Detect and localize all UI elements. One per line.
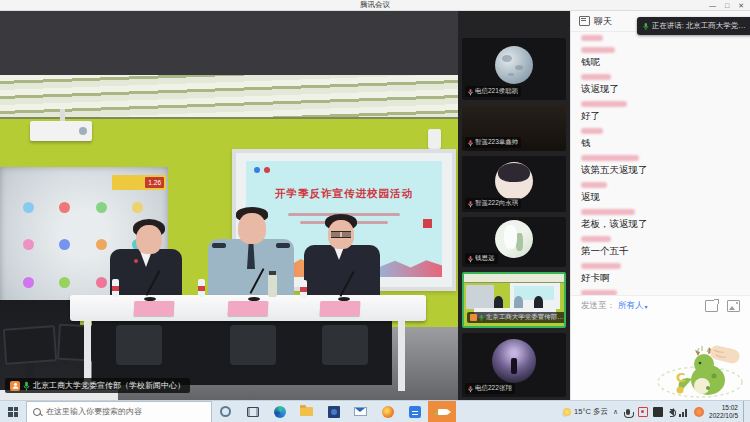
chat-message-text: 第一个五千 [581, 245, 740, 256]
participant-avatar [495, 162, 533, 200]
weather-button[interactable]: 15°C 多云 [563, 407, 608, 417]
chat-panel: 聊天 钱呢 该返现了 好了 钱 该第五天返现了 返现 [570, 11, 750, 400]
wall-speaker [428, 129, 441, 149]
firefox-button[interactable] [374, 401, 401, 422]
main-speaker-name: 北京工商大学党委宣传部（学校新闻中心） [33, 380, 185, 391]
search-icon [33, 408, 41, 416]
screen: 腾讯会议 — □ ✕ 1.26 [0, 0, 750, 422]
chat-message-text: 该返现了 [581, 83, 740, 94]
system-tray: 15°C 多云 ∧ 15:02 2022/10/5 [563, 401, 750, 422]
taskbar-search[interactable]: 在这里输入你要搜索的内容 [26, 401, 212, 422]
name-card [134, 301, 175, 316]
poster-title: 开学季反诈宣传进校园活动 [246, 187, 442, 201]
taskbar-clock[interactable]: 15:02 2022/10/5 [709, 404, 738, 420]
participant-tile[interactable]: 智遥223单鑫帅 [462, 105, 566, 151]
mic-on-icon [23, 381, 30, 391]
windows-logo-icon [8, 407, 18, 417]
water-bottle [300, 280, 307, 298]
chat-popout-icon[interactable] [705, 300, 718, 312]
clock-time: 15:02 [709, 404, 738, 412]
participant-tile[interactable]: 钱思远 [462, 217, 566, 267]
participant-avatar [492, 339, 536, 383]
mic-muted-icon [468, 139, 473, 147]
chat-message: 该返现了 [581, 74, 740, 94]
ime-indicator-icon[interactable] [653, 407, 663, 417]
main-speaker-label: 北京工商大学党委宣传部（学校新闻中心） [5, 378, 190, 393]
window-title: 腾讯会议 [360, 0, 390, 10]
chat-input-area[interactable]: C [571, 316, 750, 400]
chat-title: 聊天 [594, 15, 612, 28]
close-button[interactable]: ✕ [738, 2, 744, 10]
classroom-scene: 1.26 开学季反诈宣传进校园活动 [0, 75, 458, 400]
send-to-selector[interactable]: 所有人▾ [618, 300, 648, 312]
tray-mic-icon[interactable] [626, 409, 630, 415]
participant-name: 电信222张翔 [475, 384, 512, 393]
hidden-icons-chevron[interactable]: ∧ [613, 408, 618, 416]
chat-message: 钱呢 [581, 47, 740, 67]
video-letterbox [0, 11, 458, 75]
smartboard-badge: 1.26 [145, 177, 164, 188]
window-titlebar: 腾讯会议 — □ ✕ [0, 0, 750, 11]
task-view-icon [247, 407, 259, 417]
name-card [320, 301, 361, 316]
chat-message-text: 返现 [581, 191, 740, 202]
participant-name: 智遥222向永琪 [475, 199, 518, 208]
chat-message-fragment [581, 35, 740, 41]
mic-muted-icon [468, 385, 473, 393]
poster-emblem-icon [264, 167, 270, 173]
network-icon[interactable] [679, 407, 689, 417]
participant-tile[interactable]: 电信222张翔 [462, 333, 566, 397]
task-view-button[interactable] [239, 401, 266, 422]
participant-tile[interactable]: 电信221侯聪凯 [462, 38, 566, 100]
photos-button[interactable] [320, 401, 347, 422]
tea-bottle [268, 274, 277, 297]
chevron-down-icon: ▾ [645, 303, 648, 310]
weather-icon [563, 408, 571, 416]
meeting-app-button[interactable] [428, 401, 456, 422]
cortana-icon [220, 406, 231, 417]
edge-button[interactable] [266, 401, 293, 422]
participants-strip: 电信221侯聪凯 智遥223单鑫帅 [458, 11, 570, 400]
member-icon [470, 314, 477, 321]
screen-record-icon[interactable] [638, 407, 648, 417]
participant-name-label: 钱思远 [465, 253, 498, 264]
participant-name-label: 智遥222向永琪 [465, 198, 521, 209]
chat-message-text: 好卡啊 [581, 272, 740, 283]
speaking-toast-text: 正在讲话: 北京工商大学党委宣... [652, 21, 750, 31]
show-desktop-button[interactable] [743, 401, 748, 422]
chat-message: 第一个五千 [581, 236, 740, 256]
participant-tile[interactable]: 北京工商大学党委宣传部（... [462, 272, 566, 328]
participant-tile[interactable]: 智遥222向永琪 [462, 156, 566, 212]
main-video-stage[interactable]: 1.26 开学季反诈宣传进校园活动 [0, 11, 458, 400]
start-button[interactable] [0, 401, 26, 422]
mic-on-icon [643, 22, 649, 31]
participant-name-label: 电信221侯聪凯 [465, 86, 521, 97]
name-card [228, 301, 269, 316]
chat-message-text: 老板，该返现了 [581, 218, 740, 229]
photos-icon [328, 406, 340, 418]
security-tray-icon[interactable] [694, 407, 704, 417]
chat-message: 返现 [581, 182, 740, 202]
edge-icon [274, 406, 286, 418]
docs-button[interactable] [401, 401, 428, 422]
dragon-sticker: C [642, 338, 746, 398]
minimize-button[interactable]: — [709, 2, 716, 9]
mic-on-icon [479, 314, 484, 322]
maximize-button[interactable]: □ [725, 2, 729, 9]
image-attach-icon[interactable] [727, 300, 740, 312]
cortana-button[interactable] [212, 401, 239, 422]
volume-icon[interactable] [669, 408, 674, 416]
member-icon [10, 381, 20, 391]
speaking-toast: 正在讲话: 北京工商大学党委宣... [637, 17, 750, 35]
chat-message-list[interactable]: 钱呢 该返现了 好了 钱 该第五天返现了 返现 老板，该返现了 [571, 31, 750, 296]
poster-seal [423, 219, 432, 228]
mail-button[interactable] [347, 401, 374, 422]
smartboard-banner: 1.26 [112, 175, 166, 190]
mic-muted-icon [468, 255, 473, 263]
participant-name: 电信221侯聪凯 [475, 87, 518, 96]
file-explorer-button[interactable] [293, 401, 320, 422]
desk-monitor [3, 325, 57, 365]
participant-avatar [495, 220, 533, 258]
ceiling [0, 75, 458, 119]
chat-sender-redacted [581, 182, 607, 188]
